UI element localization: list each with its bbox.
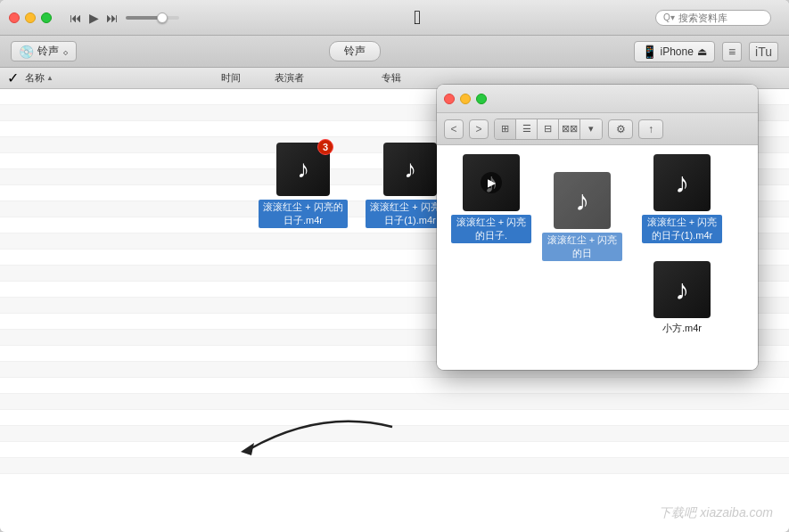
finder-window: < > ⊞ ☰ ⊟ ⊠⊠ ▾ ⚙ ↑ ♪ ▶ 滚滚红尘 + 闪亮的日子. ♪ 滚… [437,85,758,370]
col-artist-label: 表演者 [275,71,304,85]
forward-nav-button[interactable]: > [469,119,489,139]
itunes-file-1[interactable]: ♪ 3 滚滚红尘 + 闪亮的日子.m4r [259,143,348,228]
volume-knob [157,12,168,23]
search-bar[interactable]: Q▾ [655,10,771,26]
badge-1: 3 [317,139,333,155]
finder-minimize-button[interactable] [460,94,471,104]
finder-file-label-4: 小方.m4r [662,322,702,335]
finder-file-label-1: 滚滚红尘 + 闪亮的日子. [451,215,531,243]
rewind-button[interactable]: ⏮ [70,11,82,25]
maximize-button[interactable] [41,12,52,23]
view-btn-group: ⊞ ☰ ⊟ ⊠⊠ ▾ [494,119,603,140]
col-time-header[interactable]: 时间 [221,71,275,85]
table-row [0,442,789,458]
finder-file-label-3: 滚滚红尘 + 闪亮的日子(1).m4r [642,215,722,243]
search-icon: Q▾ [663,12,675,22]
finder-file-2[interactable]: ♪ 滚滚红尘 + 闪亮的日 [542,172,622,261]
toolbar-right: 📱 iPhone ⏏ ≡ iTu [634,41,778,62]
coverflow-view-button[interactable]: ⊠⊠ [559,119,580,139]
finder-file-1[interactable]: ♪ ▶ 滚滚红尘 + 闪亮的日子. [451,154,531,243]
icon-view-button[interactable]: ⊞ [495,119,516,139]
table-row [0,426,789,442]
eject-button[interactable]: ≡ [722,42,742,61]
apple-logo:  [179,6,655,29]
window-controls [9,12,52,23]
share-button[interactable]: ↑ [638,119,663,139]
watermark: 下载吧 xiazaiba.com [659,505,773,521]
iphone-button[interactable]: 📱 iPhone ⏏ [634,41,715,62]
music-icon-2: ♪ [383,143,437,196]
finder-content: ♪ ▶ 滚滚红尘 + 闪亮的日子. ♪ 滚滚红尘 + 闪亮的日 ♪ 滚滚红尘 +… [437,145,758,370]
transport-controls: ⏮ ▶ ⏭ [70,11,179,25]
minimize-button[interactable] [25,12,36,23]
ringtone-badge: 铃声 [329,41,381,61]
close-button[interactable] [9,12,20,23]
col-name-label: 名称 [25,71,45,85]
back-button[interactable]: < [444,119,464,139]
column-view-button[interactable]: ⊟ [538,119,559,139]
toolbar-center: 铃声 [77,41,634,61]
col-time-label: 时间 [221,71,241,85]
list-view-button[interactable]: ☰ [516,119,538,139]
table-row [0,410,789,426]
check-icon: ✓ [7,70,19,86]
iphone-icon: 📱 [642,45,657,59]
itunes-logo-button[interactable]: iTu [749,42,778,61]
search-input[interactable] [678,12,768,23]
disk-icon: 💿 [19,45,34,59]
finder-icon-2: ♪ [554,172,611,229]
music-icon-wrapper-2: ♪ [383,143,437,196]
arrange-view-button[interactable]: ▾ [580,119,602,139]
check-col: ✓ [7,70,21,86]
action-button[interactable]: ⚙ [608,119,633,139]
volume-slider[interactable] [126,16,179,20]
music-icon-wrapper-1: ♪ 3 [276,143,330,196]
finder-window-controls [444,94,487,104]
finder-file-4[interactable]: ♪ 小方.m4r [642,261,722,335]
ringtone-dropdown-icon: ⬦ [62,45,69,58]
col-name-header[interactable]: 名称 ▲ [25,71,221,85]
col-album-label: 专辑 [382,71,401,85]
finder-icon-4: ♪ [653,261,711,318]
title-bar: ⏮ ▶ ⏭  Q▾ [0,0,789,36]
ringtone-selector[interactable]: 💿 铃声 ⬦ [11,41,77,61]
finder-maximize-button[interactable] [476,94,487,104]
ringtone-label: 铃声 [37,44,59,59]
sort-arrow: ▲ [46,74,53,82]
finder-close-button[interactable] [444,94,455,104]
col-album-header[interactable]: 专辑 [382,71,782,85]
col-artist-header[interactable]: 表演者 [275,71,382,85]
table-row [0,378,789,394]
table-row [0,458,789,474]
iphone-eject-icon: ⏏ [697,45,707,58]
finder-toolbar: < > ⊞ ☰ ⊟ ⊠⊠ ▾ ⚙ ↑ [437,113,758,145]
play-overlay: ▶ [481,172,502,193]
finder-titlebar [437,85,758,113]
finder-icon-1: ♪ ▶ [463,154,520,211]
toolbar: 💿 铃声 ⬦ 铃声 📱 iPhone ⏏ ≡ iTu [0,36,789,68]
play-button[interactable]: ▶ [89,11,99,25]
finder-file-3[interactable]: ♪ 滚滚红尘 + 闪亮的日子(1).m4r [642,154,722,243]
iphone-label: iPhone [661,45,694,58]
finder-file-label-2: 滚滚红尘 + 闪亮的日 [542,233,622,261]
finder-icon-3: ♪ [653,154,711,211]
table-row [0,394,789,410]
file-label-1: 滚滚红尘 + 闪亮的日子.m4r [259,200,348,228]
forward-button[interactable]: ⏭ [106,11,119,25]
